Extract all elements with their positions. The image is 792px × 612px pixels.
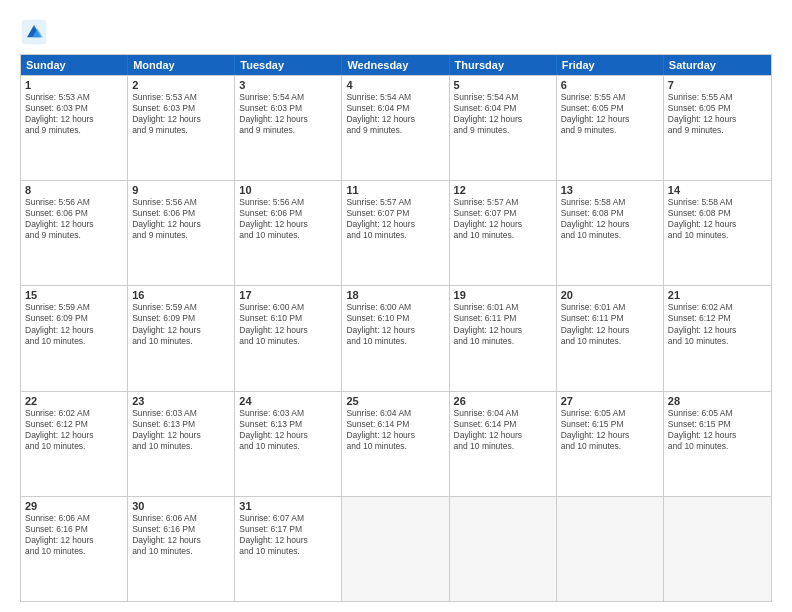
header-day-wednesday: Wednesday	[342, 55, 449, 75]
day-cell-27: 27Sunrise: 6:05 AMSunset: 6:15 PMDayligh…	[557, 392, 664, 496]
day-number: 6	[561, 79, 659, 91]
header-day-saturday: Saturday	[664, 55, 771, 75]
cell-line: and 10 minutes.	[454, 441, 552, 452]
day-number: 15	[25, 289, 123, 301]
page-header	[20, 18, 772, 46]
day-number: 25	[346, 395, 444, 407]
day-cell-24: 24Sunrise: 6:03 AMSunset: 6:13 PMDayligh…	[235, 392, 342, 496]
cell-line: Daylight: 12 hours	[346, 114, 444, 125]
day-cell-3: 3Sunrise: 5:54 AMSunset: 6:03 PMDaylight…	[235, 76, 342, 180]
cell-line: and 10 minutes.	[668, 230, 767, 241]
cell-line: and 10 minutes.	[25, 546, 123, 557]
week-row-3: 15Sunrise: 5:59 AMSunset: 6:09 PMDayligh…	[21, 285, 771, 390]
header-day-tuesday: Tuesday	[235, 55, 342, 75]
cell-line: and 10 minutes.	[239, 336, 337, 347]
cell-line: and 9 minutes.	[239, 125, 337, 136]
day-cell-12: 12Sunrise: 5:57 AMSunset: 6:07 PMDayligh…	[450, 181, 557, 285]
cell-line: Sunrise: 6:06 AM	[132, 513, 230, 524]
cell-line: Sunset: 6:13 PM	[132, 419, 230, 430]
cell-line: Sunrise: 5:54 AM	[239, 92, 337, 103]
day-number: 29	[25, 500, 123, 512]
cell-line: and 10 minutes.	[239, 441, 337, 452]
cell-line: Sunrise: 5:59 AM	[25, 302, 123, 313]
cell-line: Sunset: 6:08 PM	[561, 208, 659, 219]
page: SundayMondayTuesdayWednesdayThursdayFrid…	[0, 0, 792, 612]
day-number: 18	[346, 289, 444, 301]
cell-line: Daylight: 12 hours	[132, 535, 230, 546]
cell-line: Sunset: 6:05 PM	[561, 103, 659, 114]
cell-line: Sunrise: 5:53 AM	[25, 92, 123, 103]
cell-line: Sunset: 6:03 PM	[25, 103, 123, 114]
cell-line: Sunset: 6:04 PM	[346, 103, 444, 114]
cell-line: Daylight: 12 hours	[561, 114, 659, 125]
cell-line: Daylight: 12 hours	[668, 325, 767, 336]
cell-line: Daylight: 12 hours	[132, 114, 230, 125]
cell-line: and 10 minutes.	[346, 441, 444, 452]
week-row-4: 22Sunrise: 6:02 AMSunset: 6:12 PMDayligh…	[21, 391, 771, 496]
cell-line: Sunset: 6:15 PM	[561, 419, 659, 430]
cell-line: Sunrise: 5:55 AM	[668, 92, 767, 103]
cell-line: Daylight: 12 hours	[239, 535, 337, 546]
cell-line: and 9 minutes.	[25, 230, 123, 241]
day-number: 7	[668, 79, 767, 91]
cell-line: Sunset: 6:11 PM	[454, 313, 552, 324]
day-cell-9: 9Sunrise: 5:56 AMSunset: 6:06 PMDaylight…	[128, 181, 235, 285]
cell-line: Sunrise: 6:06 AM	[25, 513, 123, 524]
day-number: 11	[346, 184, 444, 196]
cell-line: Sunrise: 5:53 AM	[132, 92, 230, 103]
cell-line: and 10 minutes.	[346, 230, 444, 241]
cell-line: Sunrise: 6:01 AM	[561, 302, 659, 313]
cell-line: Sunrise: 6:04 AM	[454, 408, 552, 419]
cell-line: Sunrise: 5:55 AM	[561, 92, 659, 103]
calendar-body: 1Sunrise: 5:53 AMSunset: 6:03 PMDaylight…	[21, 75, 771, 601]
cell-line: Sunset: 6:09 PM	[132, 313, 230, 324]
cell-line: and 9 minutes.	[561, 125, 659, 136]
day-cell-28: 28Sunrise: 6:05 AMSunset: 6:15 PMDayligh…	[664, 392, 771, 496]
cell-line: Daylight: 12 hours	[25, 219, 123, 230]
day-cell-14: 14Sunrise: 5:58 AMSunset: 6:08 PMDayligh…	[664, 181, 771, 285]
day-cell-25: 25Sunrise: 6:04 AMSunset: 6:14 PMDayligh…	[342, 392, 449, 496]
cell-line: Daylight: 12 hours	[132, 219, 230, 230]
day-cell-6: 6Sunrise: 5:55 AMSunset: 6:05 PMDaylight…	[557, 76, 664, 180]
cell-line: Daylight: 12 hours	[668, 430, 767, 441]
day-cell-10: 10Sunrise: 5:56 AMSunset: 6:06 PMDayligh…	[235, 181, 342, 285]
cell-line: and 10 minutes.	[561, 441, 659, 452]
cell-line: Sunset: 6:08 PM	[668, 208, 767, 219]
cell-line: and 10 minutes.	[132, 336, 230, 347]
cell-line: Daylight: 12 hours	[25, 325, 123, 336]
cell-line: Sunrise: 6:00 AM	[239, 302, 337, 313]
header-day-friday: Friday	[557, 55, 664, 75]
day-number: 1	[25, 79, 123, 91]
day-number: 4	[346, 79, 444, 91]
day-number: 16	[132, 289, 230, 301]
day-cell-23: 23Sunrise: 6:03 AMSunset: 6:13 PMDayligh…	[128, 392, 235, 496]
empty-cell	[664, 497, 771, 601]
cell-line: Daylight: 12 hours	[454, 430, 552, 441]
cell-line: and 9 minutes.	[132, 230, 230, 241]
day-cell-15: 15Sunrise: 5:59 AMSunset: 6:09 PMDayligh…	[21, 286, 128, 390]
cell-line: Daylight: 12 hours	[346, 219, 444, 230]
cell-line: Sunrise: 5:56 AM	[132, 197, 230, 208]
day-cell-17: 17Sunrise: 6:00 AMSunset: 6:10 PMDayligh…	[235, 286, 342, 390]
day-cell-16: 16Sunrise: 5:59 AMSunset: 6:09 PMDayligh…	[128, 286, 235, 390]
cell-line: Sunset: 6:07 PM	[454, 208, 552, 219]
day-cell-7: 7Sunrise: 5:55 AMSunset: 6:05 PMDaylight…	[664, 76, 771, 180]
cell-line: Daylight: 12 hours	[454, 114, 552, 125]
day-cell-30: 30Sunrise: 6:06 AMSunset: 6:16 PMDayligh…	[128, 497, 235, 601]
cell-line: Sunrise: 5:59 AM	[132, 302, 230, 313]
cell-line: Daylight: 12 hours	[454, 325, 552, 336]
calendar: SundayMondayTuesdayWednesdayThursdayFrid…	[20, 54, 772, 602]
cell-line: Sunrise: 5:58 AM	[668, 197, 767, 208]
day-cell-20: 20Sunrise: 6:01 AMSunset: 6:11 PMDayligh…	[557, 286, 664, 390]
cell-line: and 10 minutes.	[25, 336, 123, 347]
empty-cell	[450, 497, 557, 601]
day-number: 2	[132, 79, 230, 91]
day-number: 14	[668, 184, 767, 196]
day-cell-18: 18Sunrise: 6:00 AMSunset: 6:10 PMDayligh…	[342, 286, 449, 390]
cell-line: Sunrise: 5:56 AM	[239, 197, 337, 208]
cell-line: Sunset: 6:12 PM	[668, 313, 767, 324]
cell-line: Sunset: 6:04 PM	[454, 103, 552, 114]
cell-line: Daylight: 12 hours	[561, 219, 659, 230]
cell-line: Daylight: 12 hours	[668, 219, 767, 230]
week-row-5: 29Sunrise: 6:06 AMSunset: 6:16 PMDayligh…	[21, 496, 771, 601]
